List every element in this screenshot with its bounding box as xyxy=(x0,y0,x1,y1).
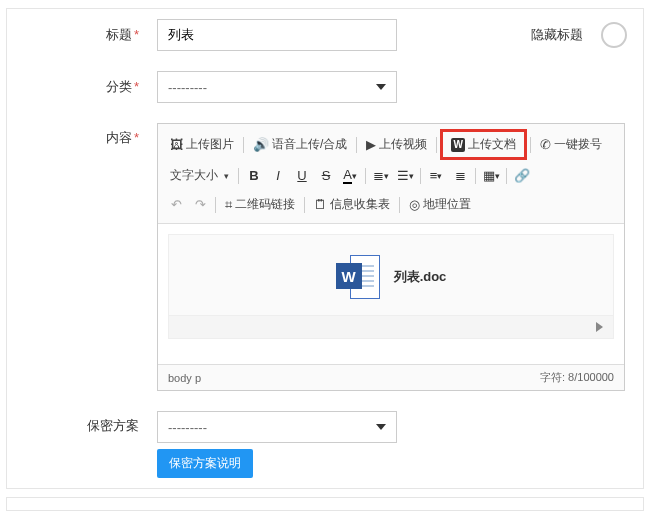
field-title: 隐藏标题 xyxy=(157,19,643,51)
geo-button[interactable]: ◎ 地理位置 xyxy=(403,193,477,216)
info-form-button[interactable]: 🗒 信息收集表 xyxy=(308,193,396,216)
upload-video-button[interactable]: ▶ 上传视频 xyxy=(360,133,433,156)
undo-button[interactable]: ↶ xyxy=(164,194,188,216)
list-ordered-button[interactable]: ≣▾ xyxy=(369,165,393,187)
strike-button[interactable]: S xyxy=(314,165,338,187)
chevron-down-icon: ▾ xyxy=(224,171,229,181)
row-title: 标题 隐藏标题 xyxy=(7,9,643,61)
image-icon: 🖼 xyxy=(170,138,183,151)
font-color-button[interactable]: A▾ xyxy=(338,165,362,187)
document-icon: W xyxy=(451,138,465,152)
hide-title-label[interactable]: 隐藏标题 xyxy=(531,26,583,44)
word-doc-icon: W xyxy=(336,255,380,299)
editor-toolbar: 🖼 上传图片 🔊 语音上传/合成 ▶ 上传视频 xyxy=(158,124,624,224)
category-value: --------- xyxy=(168,80,207,95)
category-select[interactable]: --------- xyxy=(157,71,397,103)
char-counter: 字符: 8/100000 xyxy=(540,370,614,385)
qr-icon: ⌗ xyxy=(225,198,232,211)
rich-text-editor: 🖼 上传图片 🔊 语音上传/合成 ▶ 上传视频 xyxy=(157,123,625,391)
editor-statusbar: body p 字符: 8/100000 xyxy=(158,364,624,390)
panel-bottom xyxy=(6,497,644,511)
chevron-down-icon xyxy=(376,84,386,90)
redo-button[interactable]: ↷ xyxy=(188,194,212,216)
row-content: 内容 🖼 上传图片 🔊 语音上传/合成 ▶ xyxy=(7,113,643,401)
chevron-down-icon xyxy=(376,424,386,430)
bold-button[interactable]: B xyxy=(242,165,266,187)
chevron-right-icon xyxy=(596,322,603,332)
hide-title-toggle[interactable] xyxy=(601,22,627,48)
underline-button[interactable]: U xyxy=(290,165,314,187)
table-button[interactable]: ▦▾ xyxy=(479,165,503,187)
attachment-filename: 列表.doc xyxy=(394,268,447,286)
link-button[interactable]: 🔗 xyxy=(510,165,534,187)
scheme-select[interactable]: --------- xyxy=(157,411,397,443)
attached-file[interactable]: W 列表.doc xyxy=(168,234,614,339)
editor-content[interactable]: W 列表.doc xyxy=(158,224,624,364)
upload-doc-highlight: W 上传文档 xyxy=(440,129,527,160)
align-button[interactable]: ≡▾ xyxy=(424,165,448,187)
label-content: 内容 xyxy=(7,123,157,147)
list-unordered-button[interactable]: ☰▾ xyxy=(393,165,417,187)
editor-path: body p xyxy=(168,372,201,384)
row-category: 分类 --------- xyxy=(7,61,643,113)
scheme-desc-button[interactable]: 保密方案说明 xyxy=(157,449,253,478)
form-icon: 🗒 xyxy=(314,198,327,211)
location-icon: ◎ xyxy=(409,198,420,211)
qr-link-button[interactable]: ⌗ 二维码链接 xyxy=(219,193,301,216)
row-scheme: 保密方案 --------- 保密方案说明 xyxy=(7,401,643,488)
scheme-value: --------- xyxy=(168,420,207,435)
title-input[interactable] xyxy=(157,19,397,51)
field-scheme: --------- 保密方案说明 xyxy=(157,411,643,478)
indent-button[interactable]: ≣ xyxy=(448,165,472,187)
video-icon: ▶ xyxy=(366,138,376,151)
form-panel: 标题 隐藏标题 分类 --------- 内容 🖼 xyxy=(6,8,644,489)
upload-image-button[interactable]: 🖼 上传图片 xyxy=(164,133,240,156)
italic-button[interactable]: I xyxy=(266,165,290,187)
attachment-nav[interactable] xyxy=(169,315,613,338)
sound-icon: 🔊 xyxy=(253,138,269,151)
dial-button[interactable]: ✆ 一键拨号 xyxy=(534,133,608,156)
font-size-select[interactable]: 文字大小 ▾ xyxy=(164,164,235,187)
label-category: 分类 xyxy=(7,78,157,96)
label-scheme: 保密方案 xyxy=(7,411,157,435)
voice-upload-button[interactable]: 🔊 语音上传/合成 xyxy=(247,133,353,156)
label-title: 标题 xyxy=(7,26,157,44)
phone-icon: ✆ xyxy=(540,138,551,151)
field-category: --------- xyxy=(157,71,643,103)
upload-doc-button[interactable]: W 上传文档 xyxy=(445,133,522,156)
